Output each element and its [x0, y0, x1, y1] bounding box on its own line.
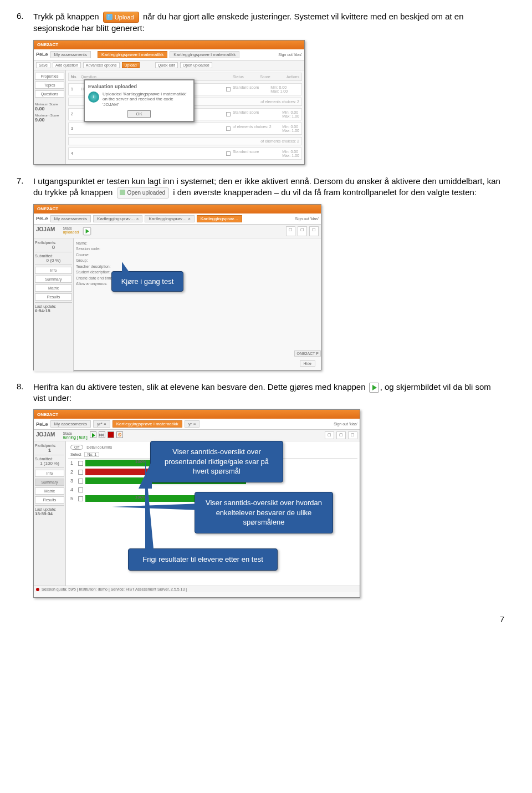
window-icon[interactable]: ▢	[298, 226, 307, 236]
side-info[interactable]: Info	[35, 470, 64, 477]
detail-toggle[interactable]: Off	[70, 445, 83, 450]
tab-active[interactable]: Kartleggingsprøve i matematikk	[98, 51, 167, 58]
callout-release: Frigi resultater til elevene etter en te…	[128, 548, 278, 571]
row-checkbox[interactable]	[78, 470, 83, 475]
dialog-message: Uploaded 'Kartleggingsprøve i matematikk…	[103, 92, 190, 108]
last-update-label: Last update:	[35, 507, 64, 511]
detail-row: Name:	[76, 241, 319, 247]
page-number: 7	[17, 614, 504, 624]
window-icon[interactable]: ▢	[309, 226, 319, 236]
side-questions[interactable]: Questions	[35, 90, 64, 98]
last-update-value: 13:55:34	[35, 511, 64, 516]
tab-2[interactable]: Kartleggingsprøve i matematikk	[170, 51, 239, 58]
signout-link[interactable]: Sign out 'klas'	[295, 217, 319, 221]
window-icon[interactable]: ▢	[348, 431, 357, 439]
participants-label: Participants:	[35, 241, 72, 245]
tool-save[interactable]: Save	[36, 62, 50, 68]
status-bar: Session quota: 59/5 | Institution: demo …	[34, 586, 360, 592]
upload-dialog: Evaluation uploaded i Uploaded 'Kartlegg…	[84, 79, 195, 123]
detail-row: Session code:	[76, 246, 319, 252]
detail-row: Group:	[76, 258, 319, 264]
tab-1[interactable]: yr* ×	[93, 420, 110, 428]
plus-icon[interactable]	[226, 151, 231, 156]
nav-my-assessments[interactable]: My assessments	[50, 420, 91, 428]
side-results[interactable]: Results	[35, 496, 64, 504]
side-properties[interactable]: Properties	[35, 73, 64, 80]
detail-row: Course:	[76, 252, 319, 258]
select-value[interactable]: No: 1	[84, 452, 99, 457]
tool-add-question[interactable]: Add question	[53, 62, 81, 68]
callout-summary: Viser sanntids-oversikt over prosentande…	[150, 441, 283, 482]
nav-my-assessments[interactable]: My assessments	[50, 51, 91, 58]
signout-link[interactable]: Sign out 'klas'	[278, 53, 302, 57]
submitted-label: Submitted:	[35, 457, 64, 461]
row-checkbox[interactable]	[78, 461, 83, 466]
row-checkbox[interactable]	[78, 487, 83, 492]
question-row[interactable]: 4 Standard score Min: 0.00Max: 1.00	[68, 148, 302, 160]
tool-open-uploaded[interactable]: Open uploaded	[180, 62, 212, 68]
stop-icon[interactable]	[108, 431, 114, 438]
screenshot-2: ONE2ACT PeLe My assessments Kartleggings…	[33, 204, 321, 370]
dialog-ok-button[interactable]: OK	[127, 110, 151, 118]
question-row[interactable]: 3 of elements choices: 2 Min: 0.00Max: 1…	[68, 123, 302, 135]
tool-upload[interactable]: Upload	[122, 62, 140, 68]
window-icon[interactable]: ▢	[336, 431, 346, 439]
open-uploaded-button-inline[interactable]: Open uploaded	[117, 187, 169, 199]
session-code: JOJAM	[36, 226, 55, 236]
play-icon[interactable]	[90, 431, 96, 438]
screenshot-1: ONE2ACT PeLe My assessments Kartleggings…	[33, 40, 305, 165]
info-icon: i	[88, 92, 99, 103]
tab-2[interactable]: Kartleggingsprøv… ×	[145, 215, 194, 222]
participants-label: Participants:	[35, 444, 64, 448]
callout-start-test: Kjøre i gang test	[111, 271, 183, 292]
choices-text: of elements choices: 2	[260, 100, 299, 104]
nav-my-assessments[interactable]: My assessments	[50, 215, 91, 222]
tab-active[interactable]: Kartleggingsprøve i matematikk	[112, 420, 182, 428]
window-icon[interactable]: ▢	[286, 226, 295, 236]
col-status: Status	[233, 75, 244, 79]
callout-matrix: Viser sanntids-oversikt over hvordan enk…	[195, 492, 333, 533]
tool-quick-edit[interactable]: Quick edit	[155, 62, 178, 68]
status-text: Standard score	[233, 85, 259, 93]
app-name: PeLe	[36, 421, 48, 427]
brand-logo: ONE2ACT	[37, 42, 58, 47]
plus-icon[interactable]	[226, 126, 231, 131]
row-checkbox[interactable]	[78, 496, 83, 501]
hide-button[interactable]: Hide	[300, 360, 315, 367]
step6-text-before: Trykk på knappen	[33, 12, 99, 21]
row-checkbox[interactable]	[78, 479, 83, 484]
release-icon[interactable]: ⚙	[116, 431, 123, 438]
brand-logo: ONE2ACT	[37, 206, 58, 211]
col-no: No.	[71, 75, 79, 79]
status-dot-icon	[36, 588, 39, 591]
app-name: PeLe	[36, 52, 48, 57]
upload-button-inline[interactable]: Upload	[103, 12, 139, 23]
tab-3[interactable]: yr ×	[185, 420, 200, 428]
step7-number: 7.	[17, 176, 33, 199]
dialog-title: Evaluation uploaded	[88, 84, 190, 89]
submitted-label: Submitted:	[35, 254, 72, 258]
submitted-value: 1 (100 %)	[35, 461, 64, 466]
play-button[interactable]	[83, 227, 91, 235]
tool-advanced[interactable]: Advanced options	[83, 62, 120, 68]
tab-active[interactable]: Kartleggingsprøv…	[197, 215, 242, 222]
participants-value: 0	[35, 245, 72, 250]
side-summary[interactable]: Summary	[35, 276, 72, 283]
signout-link[interactable]: Sign out 'klas'	[334, 422, 357, 426]
side-matrix[interactable]: Matrix	[35, 487, 64, 495]
side-results[interactable]: Results	[35, 293, 72, 301]
participants-value: 1	[35, 448, 64, 453]
play-button-inline[interactable]	[369, 383, 379, 393]
side-summary[interactable]: Summary	[35, 479, 64, 486]
next-icon[interactable]: ⏭	[99, 431, 105, 438]
window-icon[interactable]: ▢	[325, 431, 334, 439]
tab-1[interactable]: Kartleggingsprøv… ×	[93, 215, 142, 222]
side-topics[interactable]: Topics	[35, 82, 64, 89]
minus-icon[interactable]	[226, 112, 231, 116]
col-actions: Actions	[287, 75, 299, 79]
side-matrix[interactable]: Matrix	[35, 284, 72, 292]
step8-number: 8.	[17, 382, 33, 404]
side-info[interactable]: Info	[35, 267, 72, 274]
plus-icon[interactable]	[226, 87, 231, 92]
max-score-value: 9.00	[35, 117, 64, 123]
